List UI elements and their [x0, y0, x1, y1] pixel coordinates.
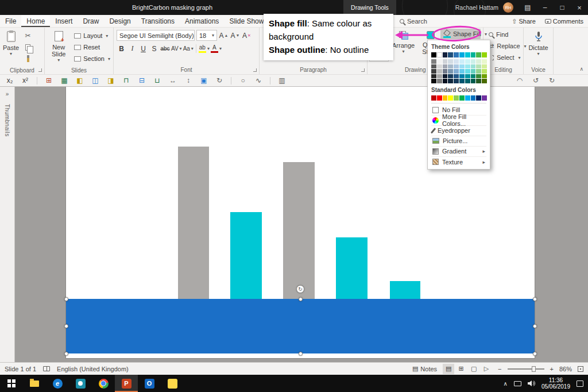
draw-table-icon[interactable]: ⊞	[45, 76, 53, 85]
group-objects-icon[interactable]: ▣	[200, 76, 208, 85]
tab-transitions[interactable]: Transitions	[136, 15, 180, 27]
normal-view-button[interactable]: ▤	[443, 364, 454, 374]
tab-insert[interactable]: Insert	[50, 15, 78, 27]
color-swatch[interactable]	[459, 79, 465, 83]
taskbar-app-edge[interactable]: e	[46, 375, 69, 392]
selection-handle[interactable]	[299, 297, 303, 301]
color-swatch[interactable]	[459, 95, 465, 101]
align-left-objects-icon[interactable]: ◧	[76, 76, 84, 85]
color-swatch[interactable]	[454, 59, 459, 64]
fit-slide-to-window-icon[interactable]	[578, 366, 583, 372]
color-swatch[interactable]	[465, 64, 470, 69]
menu-item-texture[interactable]: Texture▸	[431, 157, 486, 167]
color-swatch[interactable]	[471, 74, 476, 79]
reset-button[interactable]: Reset	[73, 42, 111, 52]
color-swatch[interactable]	[443, 64, 448, 69]
color-swatch[interactable]	[471, 95, 476, 101]
superscript-icon[interactable]: x²	[21, 76, 29, 85]
color-swatch[interactable]	[476, 74, 481, 79]
color-swatch[interactable]	[448, 95, 453, 101]
slide-indicator[interactable]: Slide 1 of 1	[5, 366, 36, 372]
color-swatch[interactable]	[437, 79, 442, 83]
tab-animations[interactable]: Animations	[180, 15, 224, 27]
color-swatch[interactable]	[448, 52, 453, 57]
reading-view-button[interactable]: ▢	[468, 364, 479, 374]
color-swatch[interactable]	[431, 79, 436, 83]
color-swatch[interactable]	[465, 79, 470, 83]
copy-button[interactable]	[22, 43, 33, 52]
font-dialog-launcher-icon[interactable]	[253, 68, 257, 72]
chart-bar-shape[interactable]	[230, 212, 262, 299]
selection-handle[interactable]	[64, 324, 68, 328]
proofing-icon[interactable]	[43, 366, 50, 371]
text-highlight-button[interactable]: ab▾	[199, 44, 210, 53]
chart-bar-shape[interactable]	[336, 237, 368, 299]
color-swatch[interactable]	[448, 59, 453, 64]
underline-button[interactable]: U	[138, 44, 148, 53]
color-swatch[interactable]	[465, 69, 470, 74]
font-name-combo[interactable]: Segoe UI Semilight (Body)▾	[117, 30, 195, 41]
menu-item-eyedropper[interactable]: Eyedropper	[431, 126, 486, 136]
shape-oval-icon[interactable]: ○	[239, 76, 247, 85]
color-swatch[interactable]	[476, 59, 481, 64]
color-swatch[interactable]	[476, 69, 481, 74]
show-hidden-icons-icon[interactable]: ∧	[504, 381, 508, 387]
color-swatch[interactable]	[437, 74, 442, 79]
color-swatch[interactable]	[476, 79, 481, 83]
taskbar-app-outlook[interactable]: O	[138, 375, 161, 392]
color-swatch[interactable]	[431, 95, 436, 101]
character-spacing-button[interactable]: AV▾	[171, 44, 182, 53]
selection-handle[interactable]	[64, 297, 68, 301]
change-case-button[interactable]: Aa▾	[183, 44, 194, 53]
layout-button[interactable]: Layout▾	[73, 30, 111, 41]
color-swatch[interactable]	[459, 52, 465, 57]
tab-design[interactable]: Design	[104, 15, 136, 27]
color-swatch[interactable]	[482, 64, 487, 69]
color-swatch[interactable]	[437, 52, 442, 57]
color-swatch[interactable]	[443, 74, 448, 79]
color-swatch[interactable]	[471, 52, 476, 57]
mask-rectangle-shape[interactable]	[66, 299, 535, 353]
distribute-vertically-icon[interactable]: ↕	[184, 76, 192, 85]
taskbar-app-file-explorer[interactable]	[23, 375, 46, 392]
insert-picture-icon[interactable]: ▦	[60, 76, 68, 85]
align-top-objects-icon[interactable]: ⊓	[122, 76, 130, 85]
selection-handle[interactable]	[533, 297, 537, 301]
taskbar-app-start[interactable]	[0, 375, 23, 392]
color-swatch[interactable]	[437, 59, 442, 64]
color-swatch[interactable]	[443, 95, 448, 101]
color-swatch[interactable]	[443, 52, 448, 57]
align-bottom-objects-icon[interactable]: ⊔	[153, 76, 161, 85]
subscript-icon[interactable]: x₂	[6, 76, 14, 85]
ribbon-display-options-icon[interactable]: ▤	[519, 0, 536, 15]
clear-formatting-button[interactable]: A✕	[242, 30, 252, 40]
shape-arc-icon[interactable]: ◠	[516, 76, 524, 85]
display-tray-icon[interactable]	[514, 381, 521, 386]
slide-sorter-view-button[interactable]: ⊞	[455, 364, 467, 374]
color-swatch[interactable]	[454, 69, 459, 74]
align-right-objects-icon[interactable]: ◨	[107, 76, 115, 85]
color-swatch[interactable]	[471, 79, 476, 83]
find-button[interactable]: Find	[484, 29, 527, 40]
color-swatch[interactable]	[482, 74, 487, 79]
selection-handle[interactable]	[64, 352, 68, 356]
action-center-icon[interactable]	[577, 381, 583, 387]
dictate-button[interactable]: Dictate ▾	[526, 28, 550, 56]
color-swatch[interactable]	[454, 52, 459, 57]
color-swatch[interactable]	[482, 69, 487, 74]
menu-item-gradient[interactable]: Gradient▸	[431, 147, 486, 157]
color-swatch[interactable]	[437, 69, 442, 74]
maximize-button[interactable]: □	[554, 0, 571, 15]
chart-bar-shape[interactable]	[283, 162, 315, 299]
rotate-objects-icon[interactable]: ↻	[215, 76, 223, 85]
tell-me-search[interactable]: Search	[400, 17, 427, 26]
color-swatch[interactable]	[459, 59, 465, 64]
format-painter-button[interactable]	[22, 54, 33, 63]
color-swatch[interactable]	[431, 52, 436, 57]
color-swatch[interactable]	[465, 74, 470, 79]
color-swatch[interactable]	[459, 74, 465, 79]
bold-button[interactable]: B	[117, 44, 126, 53]
language-indicator[interactable]: English (United Kingdom)	[57, 366, 129, 372]
distribute-horizontally-icon[interactable]: ↔	[169, 76, 177, 85]
section-button[interactable]: Section▾	[73, 53, 111, 64]
